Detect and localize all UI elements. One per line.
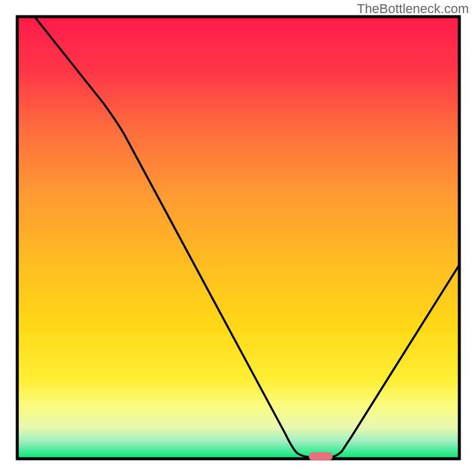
bottleneck-chart xyxy=(0,0,476,476)
plot-background xyxy=(17,17,459,459)
watermark-text: TheBottleneck.com xyxy=(357,1,469,17)
chart-container: TheBottleneck.com xyxy=(0,0,476,476)
optimal-marker xyxy=(309,452,333,461)
